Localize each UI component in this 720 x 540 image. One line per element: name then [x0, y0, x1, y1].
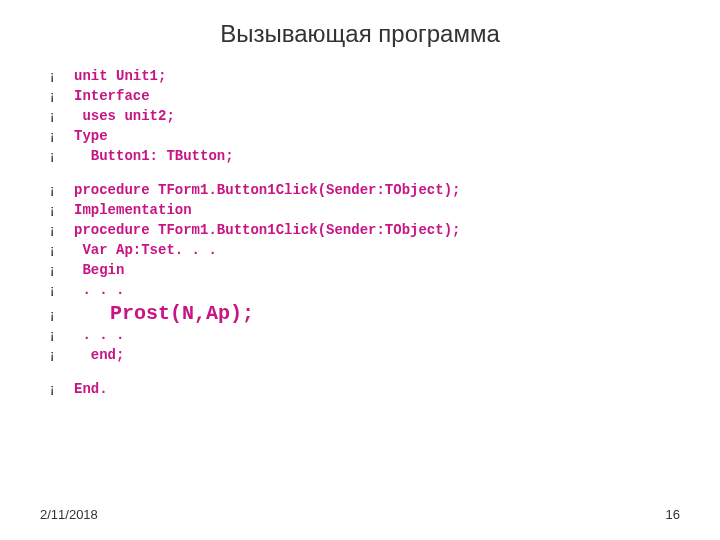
code-text: procedure TForm1.Button1Click(Sender:TOb… — [74, 222, 460, 238]
code-text: Begin — [74, 262, 124, 278]
code-text: uses unit2; — [74, 108, 175, 124]
bullet-icon: ¡ — [50, 182, 74, 197]
code-text: Implementation — [74, 202, 192, 218]
code-text: procedure TForm1.Button1Click(Sender:TOb… — [74, 182, 460, 198]
code-line: ¡ Button1: TButton; — [50, 148, 680, 166]
code-text: Button1: TButton; — [74, 148, 234, 164]
bullet-icon: ¡ — [50, 222, 74, 237]
code-text: Var Ap:Tset. . . — [74, 242, 217, 258]
code-line: ¡ . . . — [50, 327, 680, 345]
slide-title: Вызывающая программа — [40, 20, 680, 48]
code-text: end; — [74, 347, 124, 363]
code-text: . . . — [74, 282, 124, 298]
bullet-icon: ¡ — [50, 262, 74, 277]
code-line: ¡ Var Ap:Tset. . . — [50, 242, 680, 260]
bullet-icon: ¡ — [50, 148, 74, 163]
bullet-icon: ¡ — [50, 202, 74, 217]
code-text: End. — [74, 381, 108, 397]
code-text: Prost(N,Ap); — [74, 302, 254, 325]
bullet-icon: ¡ — [50, 282, 74, 297]
bullet-icon: ¡ — [50, 242, 74, 257]
bullet-icon: ¡ — [50, 68, 74, 83]
code-line: ¡ procedure TForm1.Button1Click(Sender:T… — [50, 182, 680, 200]
bullet-icon: ¡ — [50, 381, 74, 396]
code-line: ¡ end; — [50, 347, 680, 365]
code-line: ¡ uses unit2; — [50, 108, 680, 126]
code-block: ¡ unit Unit1; ¡ Interface ¡ uses unit2; … — [50, 68, 680, 399]
bullet-icon: ¡ — [50, 347, 74, 362]
code-line: ¡ Implementation — [50, 202, 680, 220]
code-line: ¡ Prost(N,Ap); — [50, 302, 680, 325]
code-line: ¡ unit Unit1; — [50, 68, 680, 86]
bullet-icon: ¡ — [50, 128, 74, 143]
code-line: ¡ Begin — [50, 262, 680, 280]
footer-page-number: 16 — [666, 507, 680, 522]
code-line: ¡ Interface — [50, 88, 680, 106]
code-text: Type — [74, 128, 108, 144]
code-text: Interface — [74, 88, 150, 104]
code-line: ¡ procedure TForm1.Button1Click(Sender:T… — [50, 222, 680, 240]
bullet-icon: ¡ — [50, 108, 74, 123]
bullet-icon: ¡ — [50, 88, 74, 103]
slide-footer: 2/11/2018 16 — [40, 507, 680, 522]
bullet-icon: ¡ — [50, 307, 74, 322]
code-text: unit Unit1; — [74, 68, 166, 84]
code-line: ¡ Type — [50, 128, 680, 146]
code-text: . . . — [74, 327, 124, 343]
footer-date: 2/11/2018 — [40, 507, 98, 522]
code-line: ¡ . . . — [50, 282, 680, 300]
code-line: ¡ End. — [50, 381, 680, 399]
bullet-icon: ¡ — [50, 327, 74, 342]
